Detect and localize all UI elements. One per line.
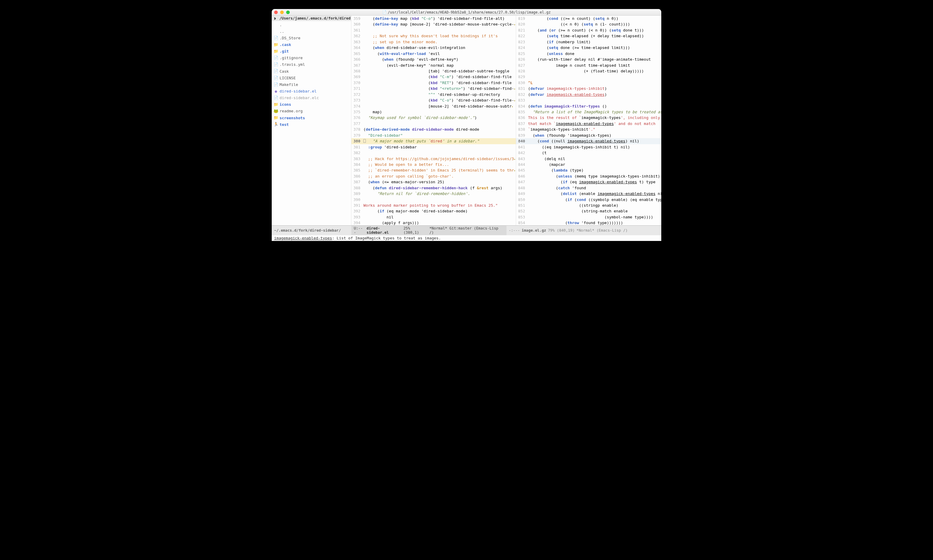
code-line[interactable]: 847 (if (eq imagemagick-enabled-types t)… [516, 179, 661, 185]
code-line[interactable]: 371 (kbd "<return>") 'dired-sidebar-find… [351, 86, 516, 91]
close-button[interactable] [274, 11, 278, 14]
code-line[interactable]: 362 ;; Not sure why this doesn't load th… [351, 33, 516, 39]
code-line[interactable]: 827 image n count time-elapsed limit [516, 63, 661, 68]
code-line[interactable]: 828 (+ (float-time) delay))))) [516, 68, 661, 74]
right-pane[interactable]: 819 (cond ((>= n count) (setq n 0))820 (… [516, 15, 661, 225]
code-line[interactable]: 823 (if (numberp limit) [516, 39, 661, 45]
sidebar-modeline[interactable]: ~/.emacs.d/fork/dired-sidebar/ [272, 225, 351, 235]
left-pane[interactable]: 359 (define-key map (kbd "C-o") 'dired-s… [351, 15, 516, 225]
code-line[interactable]: 389 "Return nil for `dired-remember-hidd… [351, 191, 516, 197]
sidebar-item[interactable]: 📁.cask [272, 42, 351, 48]
sidebar-item[interactable]: 📄.DS_Store [272, 35, 351, 42]
code-line[interactable]: 829 [516, 74, 661, 80]
code-line[interactable]: 387 (when (<= emacs-major-version 25) [351, 179, 516, 185]
code-line[interactable]: 849 (dolist (enable imagemagick-enabled-… [516, 191, 661, 197]
code-line[interactable]: 374 [mouse-2] 'dired-sidebar-mouse-subtr [351, 103, 516, 109]
code-line[interactable]: 390 [351, 197, 516, 203]
code-line[interactable]: 378(define-derived-mode dired-sidebar-mo… [351, 126, 516, 132]
minimize-button[interactable] [280, 11, 284, 14]
dired-sidebar[interactable]: ⏵ /Users/james/.emacs.d/fork/dired-side▸… [272, 15, 351, 225]
code-line[interactable]: 386 ;; an error upon calling `goto-char'… [351, 173, 516, 179]
code-line[interactable]: 841 ((eq imagemagick-types-inhibit t) ni… [516, 144, 661, 150]
code-line[interactable]: 833 [516, 97, 661, 103]
code-line[interactable]: 384 ;; Would be open to a better fix... [351, 162, 516, 167]
code-line[interactable]: 381 :group 'dired-sidebar [351, 144, 516, 150]
code-line[interactable]: 838`imagemagick-types-inhibit'." [516, 126, 661, 132]
code-line[interactable]: 385 ;; `dired-remember-hidden' in Emacs … [351, 167, 516, 173]
code-line[interactable]: 380⎕ "A major mode that puts `dired' in … [351, 138, 516, 144]
code-line[interactable]: 382 [351, 150, 516, 155]
code-line[interactable]: 851 ((stringp enable) [516, 203, 661, 208]
code-line[interactable]: 363 ;; set up in the minor mode. [351, 39, 516, 45]
sidebar-item[interactable]: 📄LICENSE [272, 75, 351, 82]
code-line[interactable]: 819 (cond ((>= n count) (setq n 0)) [516, 15, 661, 22]
code-line[interactable]: 826 (run-with-timer delay nil #'image-an… [516, 57, 661, 62]
code-line[interactable]: 367 (evil-define-key* 'normal map [351, 63, 516, 68]
sidebar-item[interactable]: 📁screenshots [272, 114, 351, 121]
code-line[interactable]: 831(defvar imagemagick-types-inhibit) [516, 86, 661, 91]
code-line[interactable]: 852 (string-match enable [516, 208, 661, 214]
code-line[interactable]: 844 (mapcar [516, 162, 661, 167]
code-line[interactable]: 370 (kbd "RET") 'dired-sidebar-find-file [351, 80, 516, 86]
right-modeline[interactable]: -:--- image.el.gz 79% (840,19) *Normal* … [507, 225, 662, 235]
sidebar-item[interactable]: 🐸readme.org [272, 108, 351, 114]
code-line[interactable]: 369 (kbd "C-m") 'dired-sidebar-find-file [351, 74, 516, 80]
code-line[interactable]: 837that match `imagemagick-enabled-types… [516, 121, 661, 126]
code-line[interactable]: 846 (unless (memq type imagemagick-types… [516, 173, 661, 179]
code-line[interactable]: 388 (defun dired-sidebar-remember-hidden… [351, 185, 516, 191]
code-line[interactable]: 832(defvar imagemagick-enabled-types) [516, 92, 661, 97]
sidebar-item[interactable]: 📄.gitignore [272, 55, 351, 61]
code-line[interactable]: 368 [tab] 'dired-sidebar-subtree-toggle [351, 68, 516, 74]
code-line[interactable]: 376 "Keymap used for symbol `dired-sideb… [351, 115, 516, 120]
code-line[interactable]: 836This is the result of `imagemagick-ty… [516, 115, 661, 120]
code-line[interactable]: 373 (kbd "C-o") 'dired-sidebar-find-file… [351, 97, 516, 103]
sidebar-item[interactable]: 📁.git [272, 48, 351, 55]
code-line[interactable]: 842 (t [516, 150, 661, 155]
sidebar-item[interactable]: . [272, 22, 351, 28]
left-modeline[interactable]: U:--- dired-sidebar.el 25% (380,1) *Norm… [351, 225, 507, 235]
code-line[interactable]: 824 (setq done (>= time-elapsed limit))) [516, 45, 661, 51]
sidebar-item[interactable]: 🏃test [272, 121, 351, 128]
sidebar-item[interactable]: ◉dired-sidebar.el [272, 88, 351, 95]
code-line[interactable]: 825 (unless done [516, 51, 661, 57]
code-line[interactable]: 360 (define-key map [mouse-2] 'dired-sid… [351, 22, 516, 27]
sidebar-item[interactable]: 📄Makefile [272, 82, 351, 88]
code-line[interactable]: 853 (symbol-name type)))) [516, 214, 661, 220]
code-line[interactable]: 364 (when dired-sidebar-use-evil-integra… [351, 45, 516, 51]
code-line[interactable]: 383 ;; Hack for https://github.com/jojoj… [351, 156, 516, 162]
sidebar-item[interactable]: .. [272, 28, 351, 35]
code-line[interactable]: 361 [351, 27, 516, 33]
code-line[interactable]: 848 (catch 'found [516, 185, 661, 191]
code-line[interactable]: 372 "^" 'dired-sidebar-up-directory [351, 92, 516, 97]
minibuffer[interactable]: imagemagick-enabled-types: List of Image… [272, 235, 661, 241]
sidebar-path[interactable]: ⏵ /Users/james/.emacs.d/fork/dired-side▸ [272, 15, 351, 21]
code-line[interactable]: 391Works around marker pointing to wrong… [351, 203, 516, 208]
code-line[interactable]: 843 (delq nil [516, 156, 661, 162]
sidebar-item[interactable]: 📁icons [272, 101, 351, 108]
code-line[interactable]: 379 "Dired-sidebar" [351, 132, 516, 138]
code-line[interactable]: 393 nil [351, 214, 516, 220]
zoom-button[interactable] [286, 11, 290, 14]
code-line[interactable]: 835 "Return a list of the ImageMagick ty… [516, 109, 661, 115]
titlebar[interactable]: 📄 /usr/local/Cellar/emacs/HEAD-9bb52a8_1… [272, 9, 661, 15]
sidebar-item[interactable]: 📄dired-sidebar.elc [272, 95, 351, 101]
code-line[interactable]: 394 (apply f args))) [351, 220, 516, 225]
code-line[interactable]: 854 (throw 'found type))))))) [516, 220, 661, 225]
sidebar-item[interactable]: 📄.travis.yml [272, 61, 351, 68]
code-line[interactable]: 840 (cond ((null imagemagick-enabled-typ… [516, 138, 661, 144]
code-line[interactable]: 821 (and (or (>= n count) (< n 0)) (setq… [516, 27, 661, 33]
code-line[interactable]: 830^L [516, 80, 661, 86]
code-line[interactable]: 377 [351, 121, 516, 126]
code-line[interactable]: 834(defun imagemagick-filter-types () [516, 103, 661, 109]
code-line[interactable]: 845 (lambda (type) [516, 167, 661, 173]
code-line[interactable]: 365 (with-eval-after-load 'evil [351, 51, 516, 57]
code-line[interactable]: 359 (define-key map (kbd "C-o") 'dired-s… [351, 15, 516, 22]
code-line[interactable]: 392 (if (eq major-mode 'dired-sidebar-mo… [351, 208, 516, 214]
code-line[interactable]: 839 (when (fboundp 'imagemagick-types) [516, 132, 661, 138]
code-line[interactable]: 366 (when (fboundp 'evil-define-key*) [351, 57, 516, 62]
sidebar-item[interactable]: 📄Cask [272, 68, 351, 74]
code-line[interactable]: 375 map) [351, 109, 516, 115]
code-line[interactable]: 822 (setq time-elapsed (+ delay time-ela… [516, 33, 661, 39]
code-line[interactable]: 850 (if (cond ((symbolp enable) (eq enab… [516, 197, 661, 203]
code-line[interactable]: 820 ((< n 0) (setq n (1- count)))) [516, 22, 661, 27]
